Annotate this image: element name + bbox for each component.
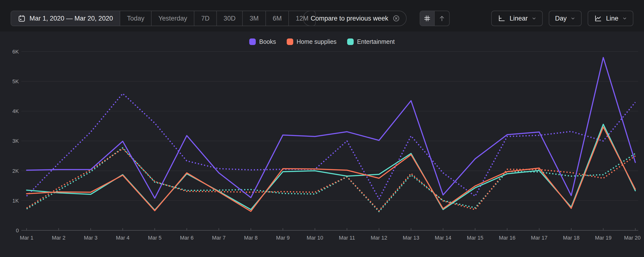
linear-axis-icon <box>498 14 506 23</box>
preset-button-label: 7D <box>201 15 210 22</box>
preset-button-today[interactable]: Today <box>120 11 152 26</box>
x-axis-tick-label: Mar 2 <box>52 235 65 241</box>
preset-button-label: 6M <box>273 15 282 22</box>
chart-type-dropdown-label: Line <box>606 15 618 22</box>
y-axis-tick-label: 3K <box>12 138 19 144</box>
calendar-icon <box>18 15 26 22</box>
view-toggle-group <box>420 11 450 26</box>
x-axis-tick-label: Mar 17 <box>531 235 547 241</box>
x-axis-tick-label: Mar 10 <box>306 235 323 241</box>
toolbar: Mar 1, 2020 — Mar 20, 2020 TodayYesterda… <box>0 0 644 32</box>
x-axis-tick-label: Mar 13 <box>403 235 419 241</box>
preset-button-label: Yesterday <box>158 15 187 22</box>
y-axis-tick-label: 6K <box>12 49 19 55</box>
series-line-entertainment <box>26 124 635 210</box>
date-range-label: Mar 1, 2020 — Mar 20, 2020 <box>30 15 113 22</box>
x-axis-tick-label: Mar 3 <box>84 235 98 241</box>
chart-panel: BooksHome suppliesEntertainment 01K2K3K4… <box>0 32 644 257</box>
x-axis-tick-label: Mar 8 <box>244 235 258 241</box>
series-line-home-supplies-previous-week <box>26 149 635 211</box>
scale-dropdown-label: Linear <box>510 15 528 22</box>
x-axis-tick-label: Mar 6 <box>180 235 194 241</box>
preset-button-label: Today <box>127 15 144 22</box>
x-axis-tick-label: Mar 14 <box>435 235 451 241</box>
compare-chip-label: Compare to previous week <box>311 15 388 22</box>
x-axis-tick-label: Mar 20 <box>624 235 640 241</box>
x-axis-tick-label: Mar 9 <box>276 235 290 241</box>
arrow-up-icon <box>438 15 446 22</box>
granularity-dropdown[interactable]: Day <box>549 11 582 26</box>
x-axis-tick-label: Mar 1 <box>20 235 33 241</box>
series-line-entertainment-previous-week <box>26 148 635 212</box>
chart-type-dropdown[interactable]: Line <box>588 11 633 26</box>
x-axis-tick-label: Mar 7 <box>212 235 226 241</box>
x-axis-tick-label: Mar 15 <box>467 235 483 241</box>
line-chart-icon <box>594 14 602 23</box>
preset-button-3m[interactable]: 3M <box>243 11 266 26</box>
remove-compare-icon[interactable] <box>392 15 400 22</box>
y-axis-tick-label: 0 <box>16 227 19 233</box>
preset-button-6m[interactable]: 6M <box>266 11 289 26</box>
preset-button-label: 30D <box>224 15 236 22</box>
grid-view-toggle[interactable] <box>420 11 435 26</box>
y-axis-tick-label: 5K <box>12 78 19 84</box>
compare-chip[interactable]: Compare to previous week <box>303 11 406 26</box>
y-axis-tick-label: 2K <box>12 168 19 174</box>
date-preset-group: Mar 1, 2020 — Mar 20, 2020 TodayYesterda… <box>11 11 316 26</box>
chevron-down-icon <box>570 16 575 21</box>
series-line-home-supplies <box>26 127 635 211</box>
y-axis-tick-label: 4K <box>12 108 19 114</box>
preset-button-label: 3M <box>250 15 259 22</box>
granularity-dropdown-label: Day <box>555 15 567 22</box>
x-axis-tick-label: Mar 12 <box>371 235 387 241</box>
y-axis-tick-label: 1K <box>12 198 19 204</box>
scale-dropdown[interactable]: Linear <box>491 11 543 26</box>
chart-settings-cluster: Linear Day Line <box>491 11 633 26</box>
line-chart: 01K2K3K4K5K6KMar 1Mar 2Mar 3Mar 4Mar 5Ma… <box>0 32 644 257</box>
preset-button-7d[interactable]: 7D <box>194 11 217 26</box>
date-range-button[interactable]: Mar 1, 2020 — Mar 20, 2020 <box>11 11 120 26</box>
chevron-down-icon <box>622 16 627 21</box>
x-axis-tick-label: Mar 11 <box>339 235 355 241</box>
x-axis-tick-label: Mar 18 <box>563 235 580 241</box>
x-axis-tick-label: Mar 4 <box>116 235 129 241</box>
chevron-down-icon <box>532 16 536 21</box>
x-axis-tick-label: Mar 5 <box>148 235 162 241</box>
x-axis-tick-label: Mar 19 <box>595 235 611 241</box>
preset-button-yesterday[interactable]: Yesterday <box>152 11 194 26</box>
grid-icon <box>424 15 431 22</box>
upload-toggle[interactable] <box>435 11 449 26</box>
preset-button-30d[interactable]: 30D <box>217 11 243 26</box>
x-axis-tick-label: Mar 16 <box>499 235 516 241</box>
